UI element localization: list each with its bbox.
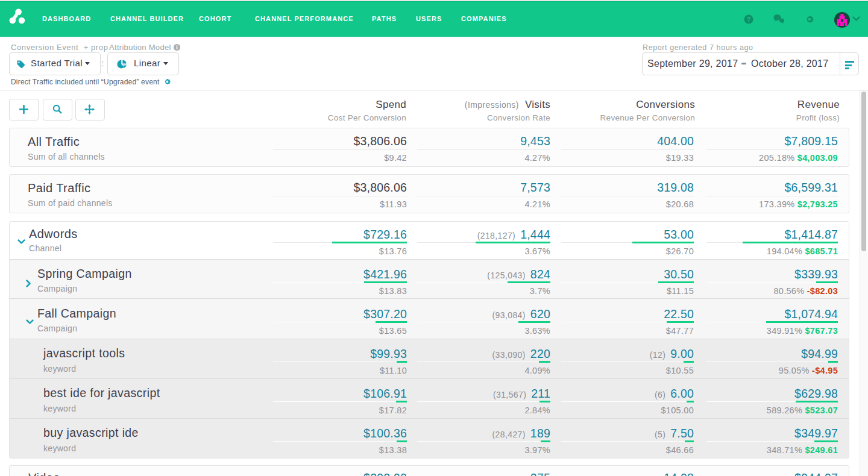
svg-text:?: ? <box>747 16 751 23</box>
